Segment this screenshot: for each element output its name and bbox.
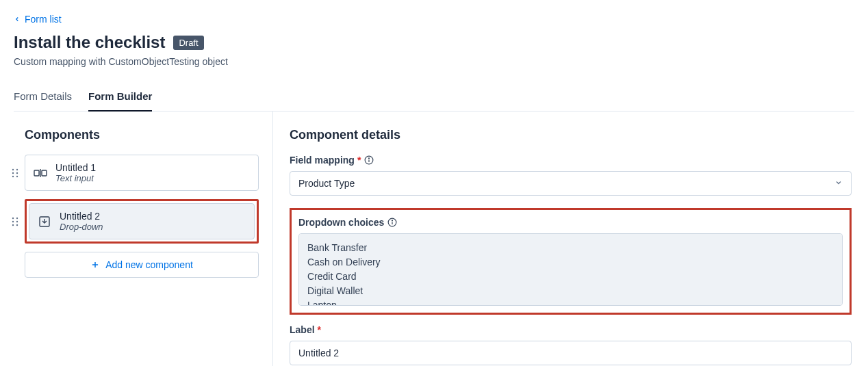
svg-point-10 [16, 217, 18, 218]
dropdown-icon [38, 215, 51, 228]
field-mapping-select[interactable]: Product Type [290, 171, 852, 196]
highlighted-component: Untitled 2 Drop-down [25, 199, 259, 244]
info-icon[interactable] [387, 218, 397, 228]
svg-point-4 [12, 175, 14, 177]
required-asterisk: * [357, 155, 361, 166]
svg-point-13 [12, 224, 14, 225]
chevron-down-icon [834, 178, 843, 189]
text-input-icon [34, 166, 47, 180]
svg-rect-7 [42, 170, 47, 176]
info-icon[interactable] [363, 155, 374, 166]
component-title: Untitled 1 [55, 162, 96, 173]
label-input[interactable] [290, 341, 852, 365]
component-details-heading: Component details [290, 128, 852, 142]
tab-form-builder[interactable]: Form Builder [88, 83, 152, 112]
svg-point-24 [392, 220, 392, 221]
required-asterisk: * [318, 324, 321, 335]
svg-point-3 [16, 172, 18, 173]
svg-point-0 [12, 168, 14, 170]
status-badge: Draft [173, 36, 203, 50]
highlighted-dropdown-choices: Dropdown choices Bank Transfer Cash on D… [290, 208, 852, 315]
tabs: Form Details Form Builder [14, 83, 854, 112]
field-mapping-value: Product Type [298, 178, 355, 189]
svg-point-12 [16, 220, 18, 222]
label-field-label: Label * [290, 324, 852, 335]
breadcrumb-back[interactable]: Form list [14, 14, 62, 25]
add-component-label: Add new component [105, 259, 193, 270]
component-title: Untitled 2 [60, 211, 103, 222]
add-new-component-button[interactable]: Add new component [25, 252, 259, 278]
chevron-left-icon [14, 16, 21, 23]
tab-form-details[interactable]: Form Details [14, 83, 72, 112]
svg-point-5 [16, 175, 18, 177]
dropdown-choices-textarea[interactable]: Bank Transfer Cash on Delivery Credit Ca… [298, 233, 843, 306]
svg-rect-6 [34, 170, 39, 176]
components-heading: Components [25, 128, 259, 142]
svg-point-1 [16, 168, 18, 170]
dropdown-choices-label: Dropdown choices [298, 217, 843, 228]
drag-handle-icon[interactable] [10, 168, 21, 178]
drag-handle-icon[interactable] [10, 217, 21, 226]
breadcrumb-label: Form list [25, 14, 62, 25]
svg-point-9 [12, 217, 14, 218]
field-mapping-label: Field mapping * [290, 155, 852, 166]
svg-point-21 [368, 158, 369, 159]
component-type: Drop-down [60, 222, 103, 232]
plus-icon [90, 260, 100, 270]
svg-point-14 [16, 224, 18, 225]
page-subtitle: Custom mapping with CustomObjectTesting … [14, 56, 854, 67]
component-card-dropdown[interactable]: Untitled 2 Drop-down [29, 203, 255, 239]
svg-point-11 [12, 220, 14, 222]
component-type: Text input [55, 173, 96, 183]
page-title: Install the checklist [14, 33, 165, 52]
svg-point-2 [12, 172, 14, 173]
component-card-text-input[interactable]: Untitled 1 Text input [25, 155, 259, 191]
